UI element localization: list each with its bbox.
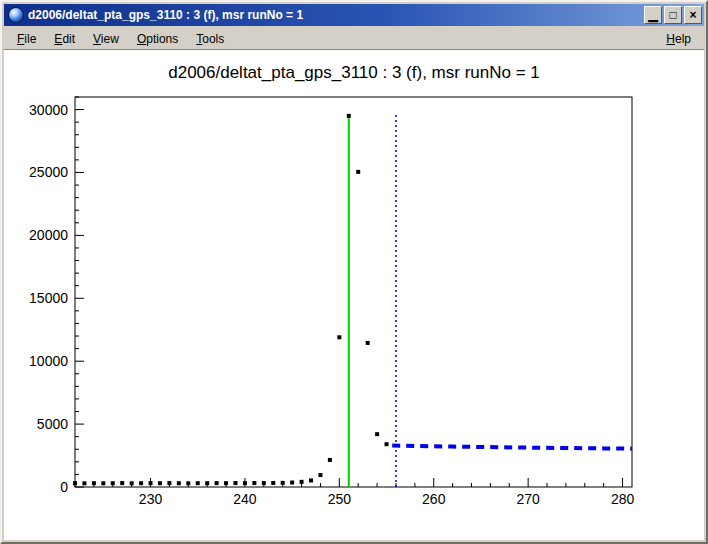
svg-text:240: 240 <box>233 491 257 507</box>
menu-help[interactable]: Help <box>657 30 700 48</box>
plot-svg[interactable]: 2302402502602702800500010000150002000025… <box>4 50 704 540</box>
close-icon[interactable]: × <box>684 6 702 24</box>
svg-text:15000: 15000 <box>29 290 68 306</box>
menu-view[interactable]: View <box>84 30 128 48</box>
svg-text:5000: 5000 <box>37 416 68 432</box>
svg-text:250: 250 <box>328 491 352 507</box>
menu-tools[interactable]: Tools <box>187 30 233 48</box>
title-bar[interactable]: d2006/deltat_pta_gps_3110 : 3 (f), msr r… <box>4 4 704 26</box>
app-window: d2006/deltat_pta_gps_3110 : 3 (f), msr r… <box>0 0 708 544</box>
root-canvas[interactable]: d2006/deltat_pta_gps_3110 : 3 (f), msr r… <box>4 50 704 540</box>
svg-text:270: 270 <box>516 491 540 507</box>
menu-bar: File Edit View Options Tools Help <box>4 28 704 50</box>
minimize-icon[interactable]: ▁ <box>644 6 662 24</box>
menu-options[interactable]: Options <box>128 30 187 48</box>
svg-text:10000: 10000 <box>29 353 68 369</box>
menu-edit[interactable]: Edit <box>45 30 84 48</box>
maximize-icon[interactable]: □ <box>664 6 682 24</box>
menu-file[interactable]: File <box>8 30 45 48</box>
app-icon[interactable] <box>8 7 24 23</box>
svg-text:230: 230 <box>139 491 163 507</box>
window-title: d2006/deltat_pta_gps_3110 : 3 (f), msr r… <box>28 8 642 22</box>
svg-text:0: 0 <box>60 479 68 495</box>
svg-text:280: 280 <box>611 491 635 507</box>
svg-text:20000: 20000 <box>29 227 68 243</box>
svg-text:25000: 25000 <box>29 164 68 180</box>
svg-text:260: 260 <box>422 491 446 507</box>
svg-text:30000: 30000 <box>29 102 68 118</box>
